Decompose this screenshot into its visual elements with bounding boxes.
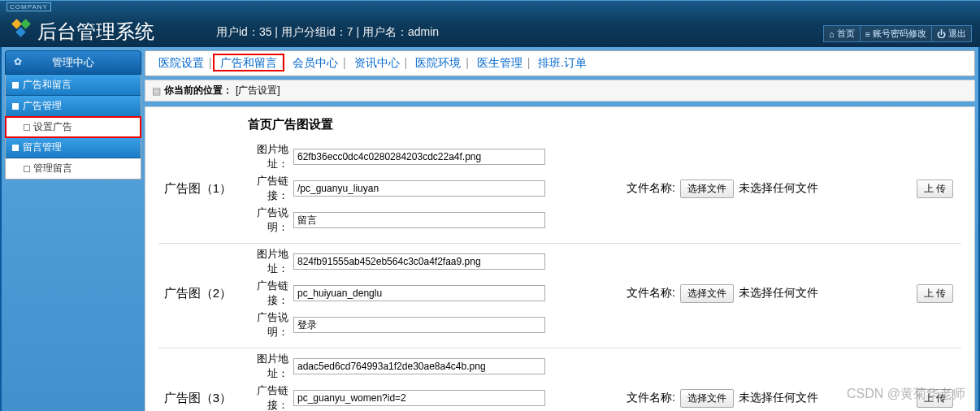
logout-link[interactable]: ⏻退出 — [932, 25, 972, 42]
img-input[interactable] — [293, 149, 545, 165]
choose-file-button[interactable]: 选择文件 — [680, 284, 734, 303]
sidebar-item-manage-msgs[interactable]: 管理留言 — [6, 158, 141, 179]
logo-icon — [11, 19, 31, 38]
row-name: 广告图（3） — [158, 391, 232, 406]
img-label: 图片地址： — [240, 142, 288, 171]
nav-sep: | — [282, 56, 285, 69]
img-label: 图片地址： — [240, 247, 288, 276]
nav-sep: | — [405, 56, 408, 69]
img-label: 图片地址： — [240, 352, 288, 381]
ad-row-3: 广告图（3） 图片地址： 广告链接： 广告说明： 文件名称: 选择文件 未选择任… — [158, 348, 961, 411]
file-column: 文件名称: 选择文件 未选择任何文件 — [627, 180, 818, 198]
svg-rect-1 — [20, 19, 31, 29]
home-link[interactable]: ⌂首页 — [823, 25, 861, 42]
upload-button[interactable]: 上 传 — [917, 389, 953, 408]
sidebar: ✿ 管理中心 广告和留言 广告管理 设置广告 留言管理 管理留言 — [5, 50, 141, 411]
file-column: 文件名称: 选择文件 未选择任何文件 — [627, 389, 818, 408]
img-input[interactable] — [293, 253, 545, 270]
breadcrumb-location: [广告设置] — [236, 84, 280, 97]
breadcrumb: ▤ 你当前的位置： [广告设置] — [145, 80, 975, 102]
sidebar-body: 广告和留言 广告管理 设置广告 留言管理 管理留言 — [5, 75, 141, 180]
sidebar-head: ✿ 管理中心 — [5, 50, 141, 75]
desc-label: 广告说明： — [240, 310, 288, 340]
nav-schedule[interactable]: 排班.订单 — [533, 56, 592, 69]
choose-file-button[interactable]: 选择文件 — [680, 180, 734, 198]
sidebar-head-label: 管理中心 — [52, 56, 94, 68]
sidebar-group-label: 广告管理 — [23, 99, 62, 113]
nav-sep: | — [343, 56, 346, 69]
sidebar-group-label: 留言管理 — [23, 141, 62, 154]
no-file-text: 未选择任何文件 — [739, 286, 818, 301]
square-icon — [12, 103, 19, 110]
nav-sep: | — [527, 56, 531, 69]
no-file-text: 未选择任何文件 — [739, 181, 818, 196]
file-column: 文件名称: 选择文件 未选择任何文件 — [627, 284, 818, 303]
gear-icon: ✿ — [14, 56, 22, 67]
nav-member[interactable]: 会员中心 — [288, 56, 343, 69]
nav-env[interactable]: 医院环境 — [410, 56, 466, 69]
nav-sep: | — [209, 56, 212, 69]
sidebar-item-set-ads[interactable]: 设置广告 — [6, 117, 141, 137]
upload-button[interactable]: 上 传 — [917, 180, 953, 198]
doc-icon: ▤ — [152, 85, 161, 97]
file-label: 文件名称: — [627, 286, 675, 301]
sidebar-item-label: 管理留言 — [33, 162, 72, 175]
main-layout: ✿ 管理中心 广告和留言 广告管理 设置广告 留言管理 管理留言 医院设置| 广… — [0, 47, 980, 411]
row-fields: 图片地址： 广告链接： 广告说明： — [240, 352, 545, 411]
sidebar-cat-label: 广告和留言 — [23, 78, 72, 92]
row-name: 广告图（1） — [158, 181, 232, 197]
list-icon: ≡ — [865, 29, 870, 39]
user-info: 用户id：35 | 用户分组id：7 | 用户名：admin — [216, 25, 439, 40]
link-label: 广告链接： — [240, 383, 288, 411]
app-title: 后台管理系统 — [37, 19, 154, 45]
account-link[interactable]: ≡账号密码修改 — [861, 25, 932, 42]
power-icon: ⏻ — [937, 29, 946, 39]
file-label: 文件名称: — [627, 181, 675, 196]
row-name: 广告图（2） — [158, 286, 232, 301]
account-label: 账号密码修改 — [873, 28, 926, 40]
nav-hospital[interactable]: 医院设置 — [154, 56, 209, 69]
row-fields: 图片地址： 广告链接： 广告说明： — [240, 142, 545, 235]
img-input[interactable] — [293, 358, 545, 374]
company-tag: COMPANY — [7, 2, 51, 11]
logout-label: 退出 — [948, 28, 966, 40]
breadcrumb-prefix: 你当前的位置： — [164, 84, 232, 97]
sidebar-group-ads[interactable]: 广告管理 — [6, 96, 141, 117]
desc-input[interactable] — [293, 212, 545, 228]
section-title: 首页广告图设置 — [248, 117, 961, 132]
ad-row-2: 广告图（2） 图片地址： 广告链接： 广告说明： 文件名称: 选择文件 未选择任… — [158, 244, 961, 348]
row-fields: 图片地址： 广告链接： 广告说明： — [240, 247, 545, 340]
desc-input[interactable] — [293, 317, 545, 333]
square-icon — [12, 82, 19, 89]
main-panel: 医院设置| 广告和留言| 会员中心| 资讯中心| 医院环境| 医生管理| 排班.… — [145, 50, 975, 411]
link-input[interactable] — [293, 285, 545, 301]
link-input[interactable] — [293, 390, 545, 406]
home-label: 首页 — [837, 28, 855, 40]
nav-sep: | — [466, 56, 469, 69]
header-actions: ⌂首页 ≡账号密码修改 ⏻退出 — [823, 25, 972, 42]
square-icon — [12, 145, 19, 151]
top-nav: 医院设置| 广告和留言| 会员中心| 资讯中心| 医院环境| 医生管理| 排班.… — [145, 50, 975, 76]
choose-file-button[interactable]: 选择文件 — [680, 389, 734, 408]
square-icon — [24, 166, 30, 172]
link-input[interactable] — [293, 180, 545, 197]
no-file-text: 未选择任何文件 — [739, 391, 818, 405]
home-icon: ⌂ — [829, 29, 835, 39]
desc-label: 广告说明： — [240, 206, 288, 235]
app-header: COMPANY 后台管理系统 用户id：35 | 用户分组id：7 | 用户名：… — [0, 0, 980, 47]
content-area: 首页广告图设置 广告图（1） 图片地址： 广告链接： 广告说明： 文件名称: 选… — [145, 106, 975, 411]
nav-ads[interactable]: 广告和留言 — [215, 56, 282, 69]
sidebar-group-msgs[interactable]: 留言管理 — [6, 137, 141, 158]
upload-button[interactable]: 上 传 — [917, 284, 953, 303]
sidebar-item-label: 设置广告 — [33, 120, 72, 134]
nav-doctor[interactable]: 医生管理 — [472, 56, 527, 69]
file-label: 文件名称: — [627, 391, 675, 405]
sidebar-current-category[interactable]: 广告和留言 — [6, 75, 141, 96]
ad-row-1: 广告图（1） 图片地址： 广告链接： 广告说明： 文件名称: 选择文件 未选择任… — [158, 139, 961, 244]
square-icon — [24, 124, 30, 131]
link-label: 广告链接： — [240, 174, 288, 203]
nav-news[interactable]: 资讯中心 — [349, 56, 405, 69]
link-label: 广告链接： — [240, 279, 288, 308]
